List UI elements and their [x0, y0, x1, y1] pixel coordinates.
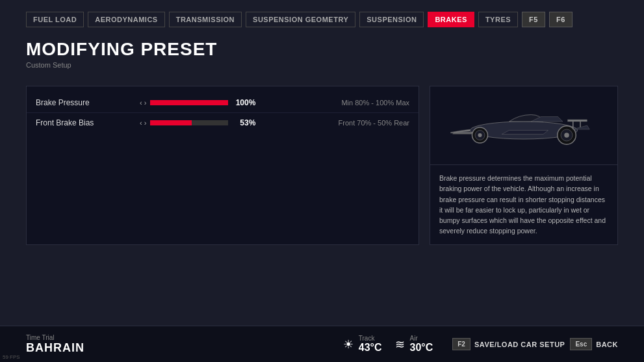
track-weather-details: Track 43°C: [359, 335, 382, 354]
tab-transmission[interactable]: TRANSMISSION: [169, 12, 242, 27]
setting-range-brake-pressure: Min 80% - 100% Max: [328, 99, 409, 107]
air-icon: ≋: [395, 337, 405, 352]
page-title: MODIFYING PRESET: [26, 39, 618, 60]
settings-panel: Brake Pressure ‹ › 100% Min 80% - 100% M…: [26, 86, 419, 245]
setting-value-brake-pressure: 100%: [232, 98, 255, 107]
svg-point-11: [564, 133, 569, 138]
setting-name-brake-pressure: Brake Pressure: [36, 98, 140, 107]
track-temperature: 43°C: [359, 342, 382, 354]
setting-range-front-brake-bias: Front 70% - 50% Rear: [326, 119, 409, 127]
fn-key-f6[interactable]: F6: [549, 12, 573, 27]
slider-fill-brake-pressure: [150, 100, 228, 105]
bottom-bar: Time Trial BAHRAIN ☀ Track 43°C ≋ Air 30…: [0, 326, 644, 362]
fn-key-f5[interactable]: F5: [522, 12, 545, 27]
info-panel: Brake pressure determines the maximum po…: [430, 86, 618, 245]
tab-aerodynamics[interactable]: AERODYNAMICS: [88, 12, 164, 27]
page-subtitle: Custom Setup: [26, 61, 618, 69]
setting-row-brake-pressure: Brake Pressure ‹ › 100% Min 80% - 100% M…: [27, 93, 419, 113]
tab-brakes[interactable]: BRAKES: [428, 12, 474, 27]
back-label: BACK: [596, 341, 618, 348]
f2-key: F2: [452, 338, 470, 350]
sun-icon: ☀: [343, 337, 354, 352]
svg-rect-1: [568, 120, 587, 122]
setting-name-front-brake-bias: Front Brake Bias: [36, 118, 140, 127]
car-illustration: [446, 96, 602, 155]
tab-suspension-geometry[interactable]: SUSPENSION GEOMETRY: [246, 12, 355, 27]
weather-air: ≋ Air 30°C: [395, 335, 433, 354]
esc-key: Esc: [570, 338, 592, 350]
description-text: Brake pressure determines the maximum po…: [439, 173, 608, 237]
tab-tyres[interactable]: TYRES: [478, 12, 518, 27]
weather-track: ☀ Track 43°C: [343, 335, 382, 354]
description-area: Brake pressure determines the maximum po…: [430, 164, 617, 244]
page-header: MODIFYING PRESET Custom Setup: [0, 27, 644, 71]
mode-label: Time Trial: [26, 334, 84, 341]
track-info: Time Trial BAHRAIN: [26, 334, 84, 355]
top-navigation: FUEL LOAD AERODYNAMICS TRANSMISSION SUSP…: [0, 0, 644, 27]
car-image-area: [430, 86, 617, 164]
setting-controls-brake-pressure: ‹ › 100%: [140, 98, 255, 107]
air-weather-details: Air 30°C: [410, 335, 433, 354]
weather-info: ☀ Track 43°C ≋ Air 30°C: [343, 335, 433, 354]
slider-fill-front-brake-bias: [150, 120, 192, 125]
tab-suspension[interactable]: SUSPENSION: [359, 12, 424, 27]
air-temperature: 30°C: [410, 342, 433, 354]
slider-track-brake-pressure[interactable]: [150, 100, 228, 105]
track-name: BAHRAIN: [26, 341, 84, 355]
main-content: Brake Pressure ‹ › 100% Min 80% - 100% M…: [0, 77, 644, 254]
air-weather-label: Air: [410, 335, 433, 342]
decrement-front-brake-bias[interactable]: ‹ ›: [140, 119, 146, 127]
setting-controls-front-brake-bias: ‹ › 53%: [140, 118, 255, 127]
back-button[interactable]: Esc BACK: [570, 338, 618, 350]
svg-point-8: [478, 133, 482, 137]
setting-value-front-brake-bias: 53%: [232, 118, 255, 127]
decrement-brake-pressure[interactable]: ‹ ›: [140, 99, 146, 107]
save-load-button[interactable]: F2 SAVE/LOAD CAR SETUP: [452, 338, 565, 350]
tab-fuel-load[interactable]: FUEL LOAD: [26, 12, 84, 27]
slider-track-front-brake-bias[interactable]: [150, 120, 228, 125]
fps-counter: 59 FPS: [3, 354, 20, 360]
track-weather-label: Track: [359, 335, 382, 342]
setting-row-front-brake-bias: Front Brake Bias ‹ › 53% Front 70% - 50%…: [27, 113, 419, 133]
save-load-label: SAVE/LOAD CAR SETUP: [474, 341, 565, 348]
action-buttons: F2 SAVE/LOAD CAR SETUP Esc BACK: [452, 338, 618, 350]
